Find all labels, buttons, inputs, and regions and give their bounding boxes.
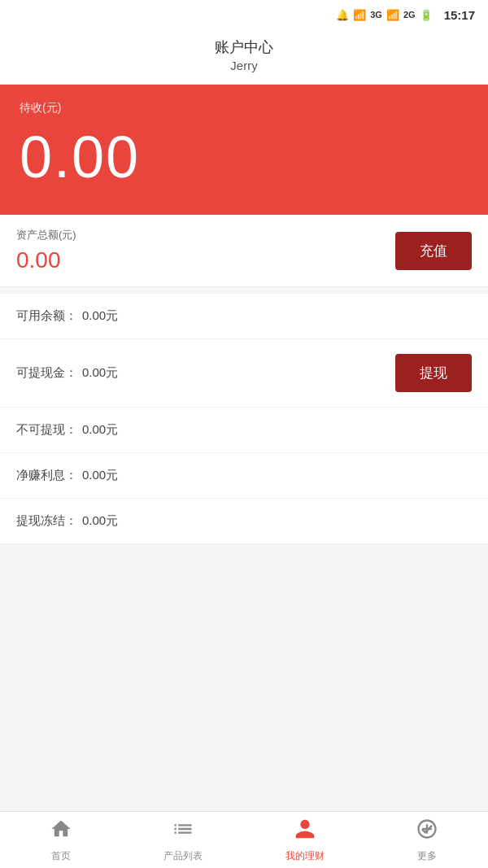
balance-section: 待收(元) 0.00 xyxy=(0,85,488,215)
nav-item-home[interactable]: 首页 xyxy=(0,812,122,868)
info-row: 可用余额：0.00元 xyxy=(0,294,488,339)
network-2g: 2G xyxy=(403,10,416,20)
assets-left: 资产总额(元) 0.00 xyxy=(16,228,76,273)
nav-item-more[interactable]: 更多 xyxy=(366,812,488,868)
status-time: 15:17 xyxy=(444,8,475,22)
signal-icon: 📶 xyxy=(386,9,399,21)
recharge-button[interactable]: 充值 xyxy=(395,232,472,270)
products-label: 产品列表 xyxy=(163,849,203,863)
myfinance-icon xyxy=(294,818,316,846)
info-row-value: 0.00元 xyxy=(82,468,118,483)
info-row-value: 0.00元 xyxy=(82,422,118,438)
assets-label: 资产总额(元) xyxy=(16,228,76,242)
info-rows: 可用余额：0.00元可提现金：0.00元提现不可提现：0.00元净赚利息：0.0… xyxy=(0,294,488,544)
info-row-key: 净赚利息： xyxy=(16,468,77,483)
status-bar: 🔔 📶 3G 📶 2G 🔋 15:17 xyxy=(0,0,488,29)
home-label: 首页 xyxy=(51,849,71,863)
products-icon xyxy=(172,818,194,846)
username-label: Jerry xyxy=(0,59,488,72)
balance-amount: 0.00 xyxy=(20,124,468,190)
info-row-key: 不可提现： xyxy=(16,422,77,438)
bottom-nav: 首页产品列表我的理财更多 xyxy=(0,811,488,868)
page-title: 账户中心 xyxy=(0,37,488,57)
info-row-key: 提现冻结： xyxy=(16,513,77,529)
network-3g: 3G xyxy=(370,10,382,20)
balance-label: 待收(元) xyxy=(20,101,468,116)
status-icons: 🔔 📶 3G 📶 2G 🔋 xyxy=(336,9,432,21)
info-row-value: 0.00元 xyxy=(82,308,118,324)
info-row-key: 可提现金： xyxy=(16,365,77,381)
more-label: 更多 xyxy=(417,849,437,863)
info-row: 提现冻结：0.00元 xyxy=(0,499,488,544)
page-header: 账户中心 Jerry xyxy=(0,29,488,85)
assets-section: 资产总额(元) 0.00 充值 xyxy=(0,215,488,287)
home-icon xyxy=(50,818,72,846)
nav-item-myfinance[interactable]: 我的理财 xyxy=(244,812,366,868)
battery-icon: 🔋 xyxy=(420,9,433,21)
myfinance-label: 我的理财 xyxy=(285,849,325,863)
withdraw-button[interactable]: 提现 xyxy=(395,354,472,392)
info-row-key: 可用余额： xyxy=(16,308,77,324)
info-row: 净赚利息：0.00元 xyxy=(0,453,488,499)
info-row-value: 0.00元 xyxy=(82,513,118,529)
wifi-icon: 📶 xyxy=(353,9,366,21)
nav-item-products[interactable]: 产品列表 xyxy=(122,812,244,868)
alarm-icon: 🔔 xyxy=(336,9,349,21)
more-icon xyxy=(416,818,438,846)
info-row: 可提现金：0.00元提现 xyxy=(0,339,488,408)
info-row: 不可提现：0.00元 xyxy=(0,408,488,453)
info-row-value: 0.00元 xyxy=(82,365,118,381)
assets-amount: 0.00 xyxy=(16,247,76,273)
